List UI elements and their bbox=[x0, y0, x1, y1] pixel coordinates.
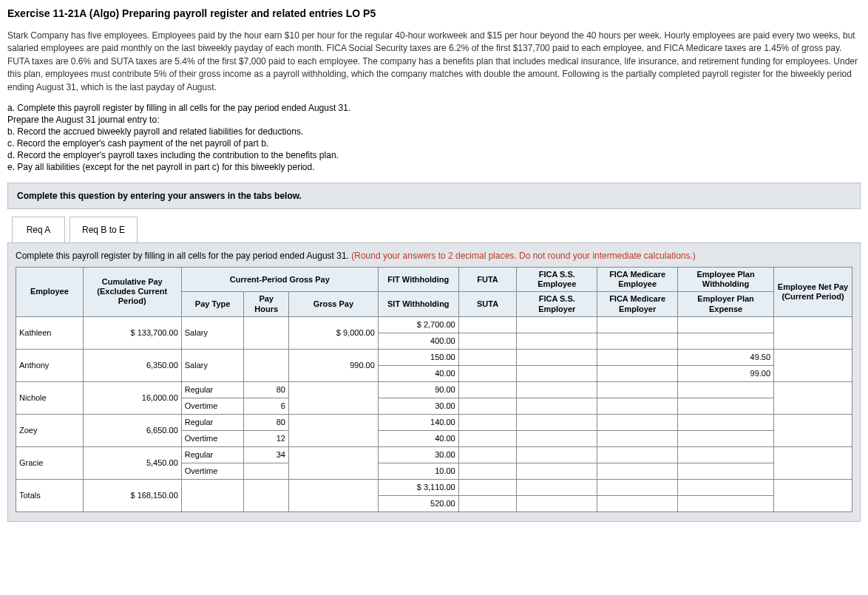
row-kathleen-top: Kathleen $ 133,700.00 Salary $ 9,000.00 … bbox=[16, 316, 852, 333]
ph-nichole-reg: 80 bbox=[244, 381, 288, 398]
pt-gracie-reg: Regular bbox=[181, 446, 244, 463]
hdr-fit: FIT Withholding bbox=[378, 267, 458, 291]
sit-gracie: 10.00 bbox=[378, 463, 458, 479]
med-emp-gracie[interactable] bbox=[597, 446, 678, 463]
hdr-fica-ss-er: FICA S.S. Employer bbox=[517, 292, 597, 316]
fit-kathleen: $ 2,700.00 bbox=[378, 316, 458, 333]
hdr-sit: SIT Withholding bbox=[378, 292, 458, 316]
plan-emp-zoey[interactable] bbox=[678, 414, 774, 430]
ss-er-kathleen[interactable] bbox=[517, 333, 597, 349]
ss-er-totals[interactable] bbox=[517, 495, 597, 511]
hdr-plan-er-exp: Employer Plan Expense bbox=[678, 292, 774, 316]
ss-emp-gracie[interactable] bbox=[517, 446, 597, 463]
cum-nichole: 16,000.00 bbox=[83, 381, 181, 414]
ss-emp-nichole[interactable] bbox=[517, 381, 597, 398]
plan-er-anthony: 99.00 bbox=[678, 365, 774, 381]
med-er-anthony[interactable] bbox=[597, 365, 678, 381]
plan-er-nichole[interactable] bbox=[678, 398, 774, 414]
futa-gracie[interactable] bbox=[458, 446, 517, 463]
ph-anthony[interactable] bbox=[244, 349, 288, 381]
plan-er-gracie[interactable] bbox=[678, 463, 774, 479]
suta-zoey[interactable] bbox=[458, 430, 517, 446]
suta-gracie[interactable] bbox=[458, 463, 517, 479]
gp-nichole[interactable] bbox=[288, 381, 378, 414]
med-emp-anthony[interactable] bbox=[597, 349, 678, 365]
hdr-fica-ss-emp: FICA S.S. Employee bbox=[517, 267, 597, 291]
ph-nichole-ot: 6 bbox=[244, 398, 288, 414]
med-emp-nichole[interactable] bbox=[597, 381, 678, 398]
hdr-suta: SUTA bbox=[458, 292, 517, 316]
netpay-kathleen[interactable] bbox=[774, 316, 852, 349]
ss-emp-anthony[interactable] bbox=[517, 349, 597, 365]
futa-zoey[interactable] bbox=[458, 414, 517, 430]
panel-instruction: Complete this payroll register by fillin… bbox=[16, 251, 852, 261]
hdr-pay-hours: Pay Hours bbox=[244, 292, 288, 316]
netpay-zoey[interactable] bbox=[774, 414, 852, 446]
med-emp-totals[interactable] bbox=[597, 479, 678, 495]
plan-er-totals[interactable] bbox=[678, 495, 774, 511]
ph-totals bbox=[244, 479, 288, 511]
name-nichole: Nichole bbox=[16, 381, 84, 414]
sit-nichole: 30.00 bbox=[378, 398, 458, 414]
hdr-pay-type: Pay Type bbox=[181, 292, 244, 316]
suta-kathleen[interactable] bbox=[458, 333, 517, 349]
ss-er-nichole[interactable] bbox=[517, 398, 597, 414]
plan-emp-nichole[interactable] bbox=[678, 381, 774, 398]
med-emp-zoey[interactable] bbox=[597, 414, 678, 430]
ss-emp-totals[interactable] bbox=[517, 479, 597, 495]
hdr-employee: Employee bbox=[16, 267, 84, 316]
med-er-zoey[interactable] bbox=[597, 430, 678, 446]
plan-er-zoey[interactable] bbox=[678, 430, 774, 446]
suta-nichole[interactable] bbox=[458, 398, 517, 414]
problem-description: Stark Company has five employees. Employ… bbox=[7, 30, 861, 94]
plan-emp-totals[interactable] bbox=[678, 479, 774, 495]
req-e: e. Pay all liabilities (except for the n… bbox=[7, 162, 861, 172]
ss-er-anthony[interactable] bbox=[517, 365, 597, 381]
ss-er-gracie[interactable] bbox=[517, 463, 597, 479]
name-kathleen: Kathleen bbox=[16, 316, 84, 349]
netpay-anthony[interactable] bbox=[774, 349, 852, 381]
plan-emp-gracie[interactable] bbox=[678, 446, 774, 463]
gp-zoey[interactable] bbox=[288, 414, 378, 446]
gp-gracie[interactable] bbox=[288, 446, 378, 479]
med-er-kathleen[interactable] bbox=[597, 333, 678, 349]
tab-req-a[interactable]: Req A bbox=[12, 217, 65, 242]
netpay-nichole[interactable] bbox=[774, 381, 852, 414]
tabs-row: Req A Req B to E bbox=[12, 217, 861, 242]
fit-anthony: 150.00 bbox=[378, 349, 458, 365]
futa-anthony[interactable] bbox=[458, 349, 517, 365]
plan-er-kathleen[interactable] bbox=[678, 333, 774, 349]
med-er-gracie[interactable] bbox=[597, 463, 678, 479]
ph-kathleen[interactable] bbox=[244, 316, 288, 349]
netpay-gracie[interactable] bbox=[774, 446, 852, 479]
tab-panel-req-a: Complete this payroll register by fillin… bbox=[7, 242, 861, 522]
fit-nichole: 90.00 bbox=[378, 381, 458, 398]
fit-zoey: 140.00 bbox=[378, 414, 458, 430]
futa-kathleen[interactable] bbox=[458, 316, 517, 333]
med-er-nichole[interactable] bbox=[597, 398, 678, 414]
plan-emp-kathleen[interactable] bbox=[678, 316, 774, 333]
ph-zoey-ot: 12 bbox=[244, 430, 288, 446]
ph-gracie-ot[interactable] bbox=[244, 463, 288, 479]
req-prep: Prepare the August 31 journal entry to: bbox=[7, 115, 861, 125]
sit-anthony: 40.00 bbox=[378, 365, 458, 381]
netpay-totals[interactable] bbox=[774, 479, 852, 511]
gp-totals[interactable] bbox=[288, 479, 378, 511]
med-emp-kathleen[interactable] bbox=[597, 316, 678, 333]
futa-totals[interactable] bbox=[458, 479, 517, 495]
pt-zoey-reg: Regular bbox=[181, 414, 244, 430]
hdr-current-period: Current-Period Gross Pay bbox=[181, 267, 378, 291]
pt-totals bbox=[181, 479, 244, 511]
suta-anthony[interactable] bbox=[458, 365, 517, 381]
futa-nichole[interactable] bbox=[458, 381, 517, 398]
suta-totals[interactable] bbox=[458, 495, 517, 511]
ss-emp-kathleen[interactable] bbox=[517, 316, 597, 333]
ss-er-zoey[interactable] bbox=[517, 430, 597, 446]
name-totals: Totals bbox=[16, 479, 84, 511]
med-er-totals[interactable] bbox=[597, 495, 678, 511]
pt-zoey-ot: Overtime bbox=[181, 430, 244, 446]
tab-req-b-to-e[interactable]: Req B to E bbox=[69, 217, 138, 242]
ss-emp-zoey[interactable] bbox=[517, 414, 597, 430]
sit-zoey: 40.00 bbox=[378, 430, 458, 446]
instruction-box: Complete this question by entering your … bbox=[7, 183, 861, 209]
